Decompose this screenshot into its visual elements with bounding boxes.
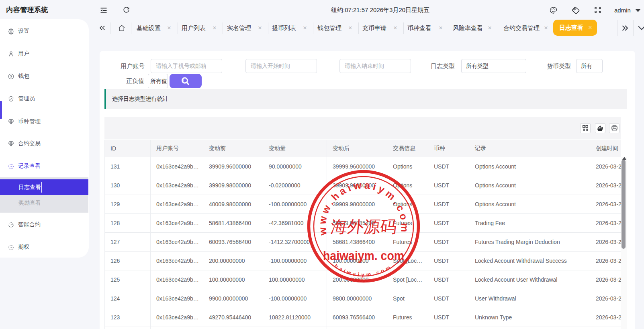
svg-text:haiwaiym. com: haiwaiym. com bbox=[323, 248, 404, 263]
svg-text:海外源码: 海外源码 bbox=[330, 217, 398, 236]
